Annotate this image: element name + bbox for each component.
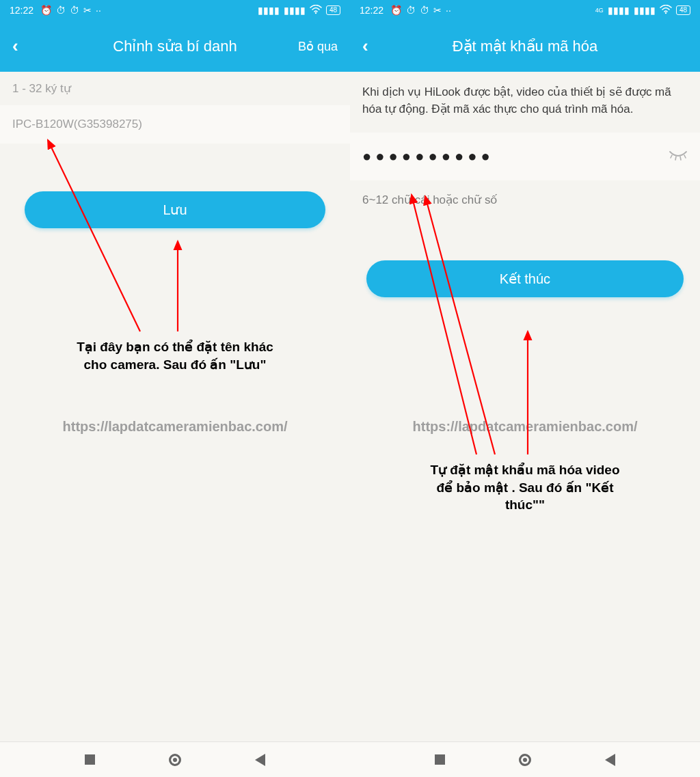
alarm-icon-3: ⏱ xyxy=(70,5,79,15)
scissors-icon: ✂ xyxy=(433,5,442,15)
status-time: 12:22 xyxy=(10,5,33,16)
svg-point-0 xyxy=(315,12,317,14)
android-nav-bar xyxy=(0,741,350,777)
svg-point-4 xyxy=(665,12,667,14)
watermark: https://lapdatcameramienbac.com/ xyxy=(0,419,350,435)
alias-input[interactable]: IPC-B120W(G35398275) xyxy=(12,118,142,131)
password-hint: 6~12 chữ cái hoặc chữ số xyxy=(350,180,700,219)
recent-apps-button[interactable] xyxy=(435,754,445,765)
svg-line-6 xyxy=(675,156,676,160)
svg-line-8 xyxy=(684,155,686,158)
signal-icon: ▮▮▮▮ xyxy=(608,5,630,15)
char-limit-hint: 1 - 32 ký tự xyxy=(0,72,350,105)
annotation-text: Tại đây bạn có thể đặt tên khác cho came… xyxy=(41,338,309,373)
home-button[interactable] xyxy=(169,754,181,766)
wifi-icon xyxy=(660,5,672,16)
back-nav-button[interactable] xyxy=(255,754,265,766)
phone-right: 12:22 ⏰ ⏱ ⏱ ✂ ·· 4G ▮▮▮▮ ▮▮▮▮ 48 ‹ Đặt m… xyxy=(350,0,700,777)
password-input-row[interactable]: ●●●●●●●●●● xyxy=(350,133,700,180)
alarm-icon-2: ⏱ xyxy=(406,5,416,15)
alarm-icon-3: ⏱ xyxy=(420,5,429,15)
watermark: https://lapdatcameramienbac.com/ xyxy=(350,419,700,435)
more-icon: ·· xyxy=(446,5,451,15)
alarm-icon: ⏰ xyxy=(40,5,52,15)
battery-level: 48 xyxy=(676,5,690,15)
phone-left: 12:22 ⏰ ⏱ ⏱ ✂ ·· ▮▮▮▮ ▮▮▮▮ 48 ‹ Chỉnh sử… xyxy=(0,0,350,777)
signal-icon-2: ▮▮▮▮ xyxy=(634,5,656,15)
annotation-text: Tự đặt mật khẩu mã hóa video để bảo mật … xyxy=(391,461,659,514)
alarm-icon-2: ⏱ xyxy=(56,5,66,15)
more-icon: ·· xyxy=(96,5,101,15)
svg-line-5 xyxy=(671,155,672,158)
title-bar: ‹ Chỉnh sửa bí danh Bỏ qua xyxy=(0,21,350,72)
lte-icon: 4G xyxy=(595,8,604,14)
status-bar: 12:22 ⏰ ⏱ ⏱ ✂ ·· 4G ▮▮▮▮ ▮▮▮▮ 48 xyxy=(350,0,700,21)
finish-button[interactable]: Kết thúc xyxy=(366,260,684,297)
battery-level: 48 xyxy=(326,5,340,15)
finish-button-label: Kết thúc xyxy=(500,271,550,287)
eye-closed-icon[interactable] xyxy=(669,148,688,165)
recent-apps-button[interactable] xyxy=(85,754,95,765)
signal-icon-2: ▮▮▮▮ xyxy=(284,5,306,15)
page-title: Đặt mật khẩu mã hóa xyxy=(350,38,700,55)
title-bar: ‹ Đặt mật khẩu mã hóa xyxy=(350,21,700,72)
back-button[interactable]: ‹ xyxy=(12,36,27,57)
wifi-icon xyxy=(310,5,322,16)
back-nav-button[interactable] xyxy=(605,754,615,766)
save-button[interactable]: Lưu xyxy=(25,191,325,228)
svg-line-7 xyxy=(680,156,681,160)
status-bar: 12:22 ⏰ ⏱ ⏱ ✂ ·· ▮▮▮▮ ▮▮▮▮ 48 xyxy=(0,0,350,21)
skip-button[interactable]: Bỏ qua xyxy=(298,39,338,54)
android-nav-bar xyxy=(350,741,700,777)
home-button[interactable] xyxy=(519,754,531,766)
password-input[interactable]: ●●●●●●●●●● xyxy=(362,148,494,165)
scissors-icon: ✂ xyxy=(83,5,92,15)
alias-input-row[interactable]: IPC-B120W(G35398275) xyxy=(0,105,350,144)
signal-icon: ▮▮▮▮ xyxy=(258,5,280,15)
svg-line-11 xyxy=(425,196,495,454)
svg-line-10 xyxy=(412,195,476,454)
content-area: 1 - 32 ký tự IPC-B120W(G35398275) Lưu Tạ… xyxy=(0,72,350,741)
description-text: Khi dịch vụ HiLook được bật, video của t… xyxy=(350,72,700,133)
content-area: Khi dịch vụ HiLook được bật, video của t… xyxy=(350,72,700,741)
alarm-icon: ⏰ xyxy=(390,5,402,15)
save-button-label: Lưu xyxy=(163,202,187,218)
back-button[interactable]: ‹ xyxy=(362,36,377,57)
status-time: 12:22 xyxy=(360,5,383,16)
